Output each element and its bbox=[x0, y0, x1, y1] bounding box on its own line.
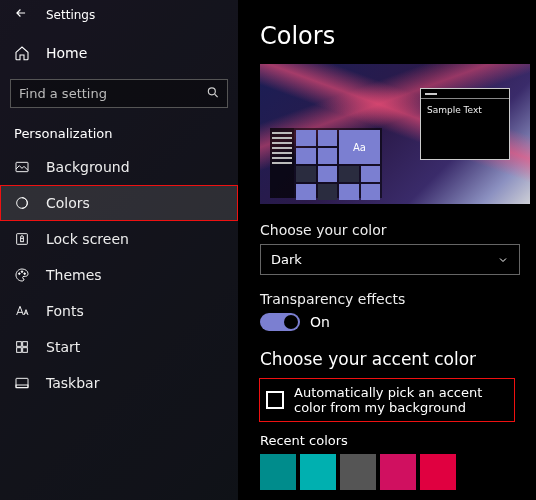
sidebar-item-colors[interactable]: Colors bbox=[0, 185, 238, 221]
transparency-toggle[interactable] bbox=[260, 313, 300, 331]
search-input[interactable] bbox=[10, 79, 228, 108]
fonts-icon bbox=[14, 303, 30, 319]
svg-rect-9 bbox=[23, 342, 28, 347]
svg-point-7 bbox=[24, 273, 26, 275]
lockscreen-icon bbox=[14, 231, 30, 247]
main-content: Colors Sample Text Aa Choose your color … bbox=[238, 0, 536, 500]
choose-color-value: Dark bbox=[271, 252, 302, 267]
transparency-state: On bbox=[310, 314, 330, 330]
svg-rect-10 bbox=[17, 348, 22, 353]
section-label: Personalization bbox=[0, 116, 238, 149]
app-title: Settings bbox=[46, 8, 95, 22]
titlebar: Settings bbox=[0, 0, 238, 27]
sidebar-item-label: Taskbar bbox=[46, 375, 99, 391]
sidebar-item-themes[interactable]: Themes bbox=[0, 257, 238, 293]
svg-point-5 bbox=[19, 273, 21, 275]
color-swatch[interactable] bbox=[340, 454, 376, 490]
home-icon bbox=[14, 45, 30, 61]
color-swatch[interactable] bbox=[380, 454, 416, 490]
sample-window: Sample Text bbox=[420, 88, 510, 160]
svg-rect-11 bbox=[23, 348, 28, 353]
sample-text: Sample Text bbox=[421, 99, 509, 121]
svg-point-6 bbox=[21, 271, 23, 273]
accent-header: Choose your accent color bbox=[260, 349, 514, 369]
sidebar-item-start[interactable]: Start bbox=[0, 329, 238, 365]
sidebar-item-label: Background bbox=[46, 159, 130, 175]
themes-icon bbox=[14, 267, 30, 283]
transparency-label: Transparency effects bbox=[260, 291, 514, 307]
search-box[interactable] bbox=[10, 79, 228, 108]
sidebar-item-taskbar[interactable]: Taskbar bbox=[0, 365, 238, 401]
sidebar-item-label: Start bbox=[46, 339, 80, 355]
svg-rect-13 bbox=[16, 385, 28, 388]
home-button[interactable]: Home bbox=[0, 35, 238, 71]
sidebar-item-background[interactable]: Background bbox=[0, 149, 238, 185]
start-menu-mock: Aa bbox=[270, 128, 382, 198]
color-preview: Sample Text Aa bbox=[260, 64, 530, 204]
color-swatch[interactable] bbox=[420, 454, 456, 490]
colors-icon bbox=[14, 195, 30, 211]
choose-color-dropdown[interactable]: Dark bbox=[260, 244, 520, 275]
sidebar: Settings Home Personalization Background… bbox=[0, 0, 238, 500]
recent-colors bbox=[260, 454, 514, 490]
back-icon[interactable] bbox=[14, 6, 28, 23]
svg-rect-8 bbox=[17, 342, 22, 347]
taskbar-icon bbox=[14, 375, 30, 391]
nav-list: BackgroundColorsLock screenThemesFontsSt… bbox=[0, 149, 238, 401]
color-swatch[interactable] bbox=[300, 454, 336, 490]
color-swatch[interactable] bbox=[260, 454, 296, 490]
start-icon bbox=[14, 339, 30, 355]
page-title: Colors bbox=[260, 22, 514, 50]
auto-pick-label: Automatically pick an accent color from … bbox=[294, 385, 508, 415]
auto-pick-checkbox[interactable] bbox=[266, 391, 284, 409]
background-icon bbox=[14, 159, 30, 175]
recent-colors-label: Recent colors bbox=[260, 433, 514, 448]
sidebar-item-label: Colors bbox=[46, 195, 90, 211]
auto-pick-accent-row[interactable]: Automatically pick an accent color from … bbox=[260, 379, 514, 421]
sidebar-item-label: Themes bbox=[46, 267, 102, 283]
svg-rect-12 bbox=[16, 378, 28, 387]
sidebar-item-lockscreen[interactable]: Lock screen bbox=[0, 221, 238, 257]
sidebar-item-label: Fonts bbox=[46, 303, 84, 319]
choose-color-label: Choose your color bbox=[260, 222, 514, 238]
home-label: Home bbox=[46, 45, 87, 61]
svg-rect-4 bbox=[21, 238, 24, 241]
sidebar-item-label: Lock screen bbox=[46, 231, 129, 247]
sidebar-item-fonts[interactable]: Fonts bbox=[0, 293, 238, 329]
chevron-down-icon bbox=[497, 254, 509, 266]
